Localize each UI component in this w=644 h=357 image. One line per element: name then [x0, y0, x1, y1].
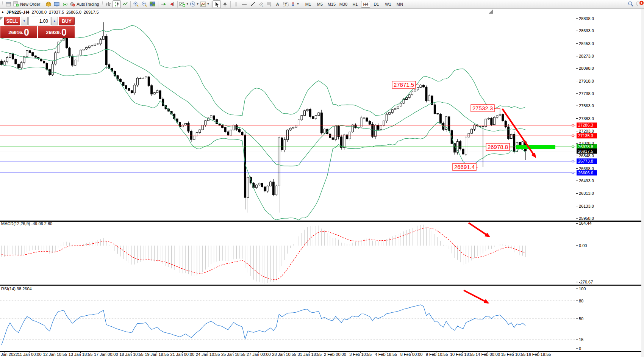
search-button[interactable] [627, 0, 635, 8]
collapse-panel-icon[interactable] [0, 17, 3, 20]
terminal-icon[interactable] [53, 0, 61, 8]
candle [377, 125, 379, 130]
trendline-tool[interactable] [249, 0, 257, 8]
svg-text:-270.67: -270.67 [579, 280, 593, 284]
window-scrollbar[interactable] [641, 9, 644, 357]
candle [55, 53, 56, 64]
candle [462, 149, 464, 154]
one-click-trading-panel: SELL ▼ ▲ BUY 26916. 0 26939. 0 [0, 17, 75, 38]
line-chart-icon[interactable] [121, 0, 129, 8]
chat-button[interactable]: 1 [635, 0, 643, 8]
text-tool[interactable]: A [274, 0, 282, 8]
zoom-out-icon[interactable] [140, 0, 148, 8]
svg-text:27286.3: 27286.3 [578, 123, 593, 127]
toolbar-grip[interactable] [2, 1, 3, 7]
line-anchor-marker[interactable] [572, 146, 574, 148]
price-chart-canvas[interactable]: 27286.327135.326978.826917.526773.826606… [0, 0, 644, 357]
chart-window-icon[interactable] [4, 0, 13, 8]
svg-text:28 Jan 10:55: 28 Jan 10:55 [272, 352, 296, 357]
text-label-tool[interactable]: T [282, 0, 290, 8]
chart-background[interactable] [0, 9, 644, 357]
support-highlight-rect[interactable] [516, 145, 555, 149]
candle [40, 59, 42, 61]
crosshair-tool[interactable] [221, 0, 229, 8]
candle [394, 108, 396, 110]
candle [505, 121, 506, 127]
cursor-tool[interactable] [213, 0, 221, 8]
candle [148, 77, 150, 86]
timeframe-button-M30[interactable]: M30 [338, 1, 349, 8]
line-anchor-marker[interactable] [572, 160, 574, 162]
history-center-icon[interactable] [44, 0, 53, 8]
vertical-line-tool[interactable] [232, 0, 240, 8]
timeframe-button-H4[interactable]: H4 [361, 1, 370, 8]
tile-windows-icon[interactable] [148, 0, 157, 8]
new-order-icon [13, 1, 19, 7]
time-axis[interactable]: Jan 202211 Jan 00:0012 Jan 10:5513 Jan 1… [1, 351, 551, 357]
candle [411, 92, 413, 95]
timeframe-button-M1[interactable]: M1 [302, 1, 314, 8]
bar-chart-icon[interactable] [104, 0, 113, 8]
candle [205, 121, 206, 125]
timeframe-button-M5[interactable]: M5 [314, 1, 325, 8]
autotrading-button[interactable]: AutoTrading [69, 0, 101, 8]
candle [386, 114, 388, 121]
candle [32, 53, 34, 56]
new-chart-button[interactable]: ▼ [179, 0, 189, 8]
toolbar-grip[interactable] [102, 1, 103, 7]
notification-badge[interactable]: 1 [639, 0, 644, 5]
timeframe-button-MN[interactable]: MN [394, 1, 405, 8]
fibonacci-tool[interactable]: F [265, 0, 274, 8]
new-order-button[interactable]: New Order [13, 0, 42, 8]
svg-text:T: T [285, 2, 287, 6]
svg-text:16 Feb 18:55: 16 Feb 18:55 [527, 352, 551, 357]
buy-button[interactable]: BUY [59, 17, 75, 25]
line-anchor-marker[interactable] [572, 135, 574, 137]
periods-clock-button[interactable]: ▼ [189, 0, 200, 8]
candle [513, 135, 515, 152]
symbol-info: ▲ JPN225-,H4 27030.0 27037.5 26865.0 269… [1, 10, 99, 14]
candle [284, 139, 286, 150]
timeframe-toolbar: M1M5M15M30H1H4D1W1MN [302, 1, 405, 8]
zoom-in-icon[interactable] [132, 0, 140, 8]
buy-price[interactable]: 26939. 0 [38, 26, 75, 38]
line-anchor-marker[interactable] [572, 172, 574, 174]
channel-tool[interactable]: E [257, 0, 265, 8]
candle [267, 186, 269, 191]
auto-scroll-icon[interactable] [159, 0, 168, 8]
sell-price[interactable]: 26916. 0 [0, 26, 37, 38]
svg-text:50: 50 [579, 316, 583, 321]
svg-text:15: 15 [579, 337, 583, 342]
line-anchor-marker[interactable] [572, 124, 574, 126]
timeframe-button-W1[interactable]: W1 [382, 1, 394, 8]
horizontal-line-tool[interactable] [240, 0, 249, 8]
volume-input[interactable] [28, 17, 50, 25]
volume-decrease-button[interactable]: ▼ [21, 17, 28, 25]
chevron-down-icon: ▼ [296, 2, 299, 6]
templates-button[interactable]: ▼ [200, 0, 210, 8]
candle [136, 78, 138, 85]
signals-icon[interactable] [61, 0, 69, 8]
candle [6, 57, 8, 62]
arrows-tool[interactable]: ▼ [290, 0, 300, 8]
candle [15, 59, 17, 64]
timeframe-button-D1[interactable]: D1 [370, 1, 382, 8]
candle [352, 125, 354, 132]
svg-text:14 Feb 00:00: 14 Feb 00:00 [475, 352, 500, 357]
candle [380, 125, 382, 130]
sell-button[interactable]: SELL [4, 17, 20, 25]
candle [9, 53, 11, 57]
timeframe-button-M15[interactable]: M15 [326, 1, 337, 8]
timeframe-button-H1[interactable]: H1 [349, 1, 361, 8]
chevron-down-icon: ▼ [207, 2, 210, 6]
volume-increase-button[interactable]: ▲ [51, 17, 58, 25]
new-order-label: New Order [20, 2, 41, 6]
candle [460, 142, 461, 149]
candle [233, 125, 235, 130]
text-icon: A [275, 2, 280, 7]
chart-shift-icon[interactable] [168, 0, 176, 8]
bar-high: 27037.5 [49, 10, 64, 14]
candle [468, 133, 470, 137]
candlestick-chart-icon[interactable] [113, 0, 121, 8]
candle [372, 124, 374, 136]
